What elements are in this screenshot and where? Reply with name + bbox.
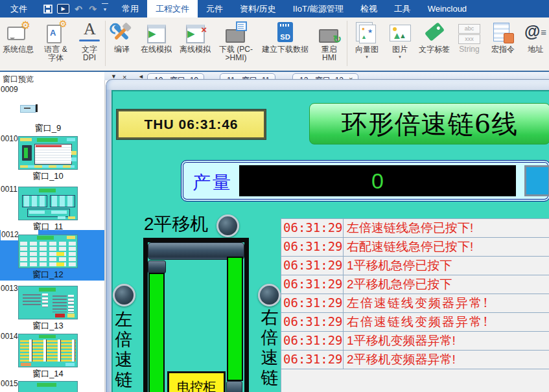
ribbon-picture-button[interactable]: ▲▲ 图片 ▼	[385, 17, 415, 72]
menu-tab-iiot-energy[interactable]: IIoT/能源管理	[285, 0, 352, 17]
thumb-shape	[58, 216, 65, 219]
menu-tab-common[interactable]: 常用	[113, 0, 147, 17]
ribbon-language-font-button[interactable]: A⚙ 语言 & 字体	[36, 17, 75, 72]
alarm-row[interactable]: 06:31:29 右倍速链线变频器异常!	[281, 313, 549, 332]
alarm-row[interactable]: 06:31:29 1平移机急停已按下	[281, 257, 549, 275]
window-thumbnail[interactable]	[18, 286, 78, 319]
ribbon-string-button: abcxxx String	[454, 17, 485, 72]
alarm-row[interactable]: 06:31:29 1平移机变频器异常!	[281, 332, 549, 351]
thumb-shape	[56, 262, 64, 266]
window-thumbnail[interactable]	[18, 381, 78, 392]
clock-display[interactable]: THU 06:31:46	[117, 110, 266, 139]
window-item-9[interactable]: 0009 窗口_9	[0, 85, 104, 134]
thumb-shape	[55, 314, 65, 317]
window-thumbnail[interactable]	[18, 235, 78, 268]
menu-file[interactable]: 文件	[0, 0, 38, 17]
letter-a-icon: A	[84, 21, 96, 38]
alarm-row[interactable]: 06:31:29 左倍速链线变频器异常!	[281, 294, 549, 313]
left-chain-lamp[interactable]	[113, 284, 135, 306]
ribbon-separator	[347, 21, 347, 66]
ribbon-text-dpi-button[interactable]: A 文字 DPI	[75, 17, 104, 72]
menu-tab-tool[interactable]: 工具	[386, 0, 419, 17]
thumb-shape	[20, 252, 76, 256]
at-icon: @	[524, 23, 540, 40]
production-value-display[interactable]: 0	[239, 165, 516, 196]
thumb-shape	[20, 340, 76, 362]
thumb-shape	[53, 295, 67, 312]
screen-title-button[interactable]: 环形倍速链6线	[309, 103, 549, 144]
window-number: 0010	[1, 134, 18, 143]
ruler-icon	[79, 40, 100, 41]
menu-tab-project[interactable]: 工程文件	[147, 0, 198, 17]
ribbon-button-label: 系统信息	[3, 45, 34, 54]
alarm-time: 06:31:29	[281, 332, 344, 350]
ribbon-compile-button[interactable]: 编译	[107, 17, 137, 72]
right-chain-lamp[interactable]	[258, 284, 281, 306]
production-blue-button[interactable]	[524, 165, 549, 196]
alarm-row[interactable]: 06:31:29 2平移机变频器异常!	[281, 351, 549, 369]
menu-tab-object[interactable]: 元件	[198, 0, 231, 17]
ribbon-separator	[105, 21, 106, 66]
dropdown-caret-icon[interactable]: ▼	[365, 55, 369, 59]
ribbon-vector-graphics-button[interactable]: ●▲★ 向量图 ▼	[349, 17, 385, 72]
ribbon-online-simulation-button[interactable]: ▶ 在线模拟	[137, 17, 176, 72]
ribbon-text-label-button[interactable]: 文字标签	[415, 17, 454, 72]
ribbon-restart-hmi-button[interactable]: ↻ 重启 HMI	[313, 17, 345, 72]
window-item-10[interactable]: 0010 窗口_10	[0, 134, 104, 183]
left-chain-label: 左倍速链	[113, 310, 134, 390]
window-thumbnail[interactable]	[18, 99, 78, 119]
thumb-shape	[29, 211, 45, 214]
redo-icon[interactable]: ↷	[88, 4, 98, 14]
quick-access-dropdown-icon[interactable]: ▼	[102, 3, 108, 15]
alarm-message: 1平移机变频器异常!	[344, 332, 549, 350]
hmi-screen[interactable]: THU 06:31:46 环形倍速链6线 产量 0 2平移机 左倍速链 右倍速链…	[111, 90, 549, 392]
electric-cabinet-label[interactable]: 电控柜	[167, 371, 226, 392]
alarm-time: 06:31:29	[281, 238, 344, 256]
alarm-row[interactable]: 06:31:29 左倍速链线急停已按下!	[281, 219, 549, 238]
thumb-shape	[20, 257, 76, 261]
ribbon-button-label: 宏指令	[491, 45, 515, 54]
ribbon-toolbar: ⚙ 系统信息 A⚙ 语言 & 字体 A 文字 DPI 编译 ▶ 在线模拟 ▶× …	[0, 17, 549, 72]
alarm-event-table[interactable]: 06:31:29 左倍速链线急停已按下! 06:31:29 右配速链线急停已按下…	[281, 218, 549, 392]
dropdown-caret-icon[interactable]: ▼	[398, 55, 402, 59]
app-window: 文件 ▶ ↶ ↷ ▼ 常用 工程文件 元件 资料/历史 IIoT/能源管理 检视…	[0, 0, 549, 392]
transfer-machine-lamp[interactable]	[216, 214, 239, 237]
ribbon-download-button[interactable]: 下载 (PC- >HMI)	[215, 17, 257, 72]
menu-tab-view[interactable]: 检视	[352, 0, 386, 17]
window-item-11[interactable]: 0011 窗口_11	[0, 185, 104, 230]
ribbon-macro-button[interactable]: 宏指令	[485, 17, 521, 72]
thumb-shape	[37, 383, 56, 387]
menu-tab-data-history[interactable]: 资料/历史	[231, 0, 285, 17]
window-item-14[interactable]: 0014 窗口_14	[0, 332, 104, 378]
ribbon-system-info-button[interactable]: ⚙ 系统信息	[0, 17, 36, 72]
offline-simulation-quick-icon[interactable]: ▶	[57, 4, 69, 14]
window-thumbnail[interactable]	[18, 136, 78, 170]
ribbon-button-label: 编译	[114, 45, 130, 54]
alarm-row[interactable]: 06:31:29 右配速链线急停已按下!	[281, 238, 549, 257]
alarm-message: 左倍速链线急停已按下!	[344, 219, 549, 237]
window-thumbnail[interactable]	[18, 334, 78, 367]
ribbon-offline-simulation-button[interactable]: ▶× 离线模拟	[176, 17, 215, 72]
window-thumbnail[interactable]	[18, 187, 78, 220]
thumb-shape	[39, 335, 56, 338]
window-item-15[interactable]: 0015	[0, 379, 104, 392]
window-item-12-selected[interactable]: 0012 窗口_12	[0, 230, 104, 281]
alarm-row[interactable]: 06:31:29 2平移机急停已按下	[281, 275, 549, 294]
window-item-13[interactable]: 0013 窗口_13	[0, 284, 104, 330]
alarm-time: 06:31:29	[281, 219, 344, 237]
window-caption: 窗口_10	[18, 170, 78, 182]
lines-icon: ≡	[541, 27, 546, 37]
monitor-icon	[226, 29, 245, 43]
thumb-shape	[37, 236, 54, 240]
undo-icon[interactable]: ↶	[73, 4, 84, 14]
save-icon[interactable]	[43, 4, 53, 14]
ribbon-build-download-data-button[interactable]: SD 建立下载数据	[257, 17, 313, 72]
thumb-shape	[39, 288, 56, 292]
ribbon-address-button[interactable]: @≡ 地址	[521, 17, 549, 72]
window-caption: 窗口_9	[18, 122, 78, 134]
alarm-message: 左倍速链线变频器异常!	[344, 294, 549, 312]
thumb-shape	[21, 363, 31, 366]
alarm-time: 06:31:29	[281, 257, 344, 275]
right-chain-label: 右倍速链	[259, 308, 280, 388]
menu-tab-weincloud[interactable]: Weincloud	[419, 0, 475, 17]
